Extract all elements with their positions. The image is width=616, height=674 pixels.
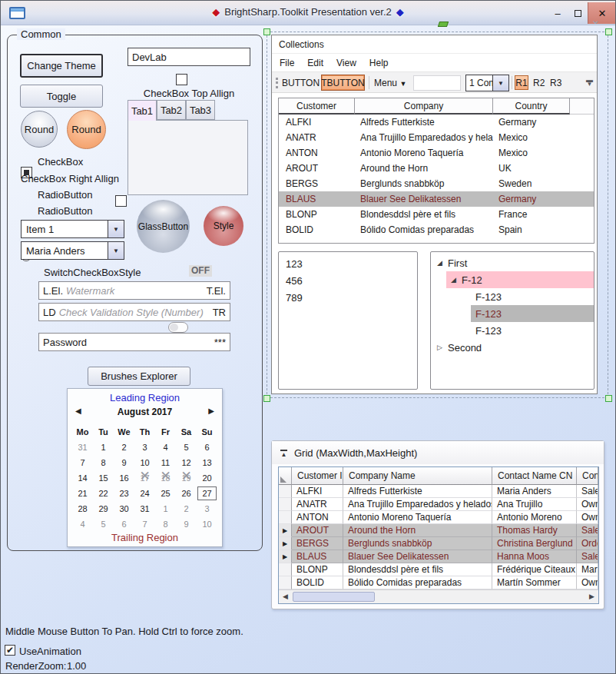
- calendar-day[interactable]: 31: [72, 440, 93, 455]
- table-row[interactable]: ANTONAntonio Moreno TaqueríaAntonio More…: [279, 511, 598, 524]
- column-header-customer[interactable]: Customer: [279, 98, 355, 115]
- column-header-company[interactable]: Company: [355, 98, 493, 115]
- tree-item-f123-selected[interactable]: F-123: [471, 305, 594, 322]
- calendar-next-button[interactable]: ▶: [208, 407, 214, 415]
- table-row[interactable]: BLONPBlondesddsl père et filsFrance: [279, 207, 594, 222]
- list-item[interactable]: 789: [279, 289, 417, 306]
- chevron-down-icon[interactable]: ▼: [108, 242, 124, 259]
- table-row-selected[interactable]: ▶BERGSBerglunds snabbköpChristina Berglu…: [279, 537, 598, 550]
- switch-toggle[interactable]: [168, 322, 188, 333]
- toolbar-textbox[interactable]: [413, 75, 461, 91]
- password-input[interactable]: Password ***: [38, 333, 230, 351]
- select-all-corner[interactable]: [279, 467, 292, 485]
- row-selector[interactable]: [279, 485, 292, 498]
- validation-input[interactable]: LD Check Validation Style (Number) TR: [38, 303, 230, 321]
- row-selector-icon[interactable]: ▶: [279, 537, 292, 550]
- row-selector[interactable]: [279, 563, 292, 576]
- toolbar-grip-icon[interactable]: [276, 78, 278, 88]
- minimize-button[interactable]: –: [548, 2, 568, 24]
- calendar-day[interactable]: 9: [176, 516, 197, 532]
- toolbar-radio-r3[interactable]: R3: [550, 78, 561, 88]
- calendar-day[interactable]: 3: [134, 440, 155, 455]
- calendar-day[interactable]: 24: [134, 486, 155, 501]
- checkbox-right-align[interactable]: [115, 195, 127, 207]
- toolbar-menu-button[interactable]: Menu ▼: [374, 78, 406, 88]
- brushes-explorer-button[interactable]: Brushes Explorer: [88, 367, 190, 386]
- table-row[interactable]: AROUTAround the HornUK: [279, 161, 594, 176]
- toolbar-overflow-icon[interactable]: ▬▾: [586, 78, 593, 86]
- toolbar-toggle-button[interactable]: TBUTTON: [321, 75, 365, 91]
- tab-tab2[interactable]: Tab2: [157, 100, 186, 120]
- toggle-button[interactable]: Toggle: [20, 85, 103, 108]
- calendar-day[interactable]: 20: [197, 470, 217, 486]
- tree-item-f123[interactable]: F-123: [475, 322, 594, 339]
- customer-combobox[interactable]: Maria Anders ▼: [21, 241, 124, 260]
- calendar-day[interactable]: 22: [93, 486, 114, 501]
- scrollbar-thumb[interactable]: [293, 592, 375, 602]
- toolbar-radio-r2[interactable]: R2: [533, 78, 545, 88]
- item-combobox[interactable]: Item 1 ▼: [21, 220, 124, 238]
- calendar-day[interactable]: 10: [197, 516, 217, 532]
- calendar-day[interactable]: 14: [72, 470, 93, 486]
- tree-expanded-icon[interactable]: ◢: [437, 259, 448, 267]
- calendar-day[interactable]: 6: [197, 440, 217, 455]
- use-animation-checkbox[interactable]: ✔: [5, 645, 15, 656]
- resize-handle-bottom-right[interactable]: [605, 395, 612, 402]
- devlab-input[interactable]: DevLab: [128, 48, 250, 66]
- calendar-day[interactable]: 8: [155, 516, 176, 532]
- glass-button[interactable]: GlassButton: [137, 200, 190, 253]
- calendar-day[interactable]: 26: [176, 486, 197, 501]
- calendar-day[interactable]: 5: [176, 440, 197, 455]
- tree-item-first[interactable]: ◢First: [431, 254, 594, 271]
- table-row-selected[interactable]: ▶AROUTAround the HornThomas HardySales: [279, 524, 598, 537]
- watermark-input[interactable]: L.El. Watermark T.El.: [38, 281, 230, 300]
- round-button-orange[interactable]: Round: [67, 110, 106, 149]
- calendar-month-header[interactable]: August 2017: [68, 407, 222, 417]
- tree-item-f12[interactable]: ◢F-12: [446, 271, 594, 288]
- table-row-selected[interactable]: BLAUSBlauer See DelikatessenGermany: [279, 191, 594, 207]
- column-header-country[interactable]: Country: [493, 98, 570, 115]
- calendar-day[interactable]: 7: [134, 516, 155, 532]
- column-header-contact-name[interactable]: Contact Name CN: [492, 467, 577, 485]
- calendar-day[interactable]: 5: [93, 516, 114, 532]
- table-row[interactable]: ALFKIAlfreds FutterkisteMaria AndersSale…: [279, 485, 598, 498]
- table-row[interactable]: ANATRAna Trujillo Emparedados y helaMexi…: [279, 130, 594, 145]
- row-selector[interactable]: [279, 498, 292, 511]
- calendar-day[interactable]: 4: [72, 516, 93, 532]
- chevron-down-icon[interactable]: ▼: [108, 221, 124, 237]
- maximize-button[interactable]: [568, 2, 588, 24]
- calendar-day[interactable]: 2: [114, 440, 134, 455]
- column-header-contact-title[interactable]: Conta: [577, 467, 598, 485]
- calendar-day[interactable]: 30: [114, 501, 134, 516]
- row-selector[interactable]: [279, 576, 292, 589]
- column-header-company-name[interactable]: Company Name: [343, 467, 492, 485]
- calendar-day[interactable]: 15: [93, 470, 114, 486]
- title-bar[interactable]: ◆BrightSharp.Toolkit Presentation ver.2◆…: [1, 1, 615, 25]
- tab-tab1[interactable]: Tab1: [128, 100, 157, 121]
- row-selector-icon[interactable]: ▶: [279, 550, 292, 563]
- tree-item-f123[interactable]: F-123: [475, 288, 594, 305]
- calendar-day[interactable]: 4: [155, 440, 176, 455]
- table-row[interactable]: ANTONAntonio Moreno TaqueríaMexico: [279, 145, 594, 161]
- resize-handle-top-right[interactable]: [605, 28, 612, 35]
- calendar-day[interactable]: 31: [134, 501, 155, 516]
- menu-view[interactable]: View: [336, 58, 356, 68]
- row-selector[interactable]: [279, 511, 292, 524]
- calendar-day[interactable]: 3: [197, 501, 217, 516]
- table-row[interactable]: BERGSBerglunds snabbköpSweden: [279, 176, 594, 191]
- calendar-day[interactable]: 23: [114, 486, 134, 501]
- list-item[interactable]: 123: [279, 255, 417, 272]
- table-row[interactable]: ALFKIAlfreds FutterkisteGermany: [279, 115, 594, 130]
- table-row[interactable]: ANATRAna Trujillo Emparedados y heladosA…: [279, 498, 598, 511]
- calendar-day[interactable]: 16: [114, 470, 134, 486]
- calendar-day[interactable]: 28: [72, 501, 93, 516]
- resize-handle-top-left[interactable]: [263, 28, 270, 35]
- scroll-right-icon[interactable]: ▶: [589, 593, 594, 600]
- calendar-day[interactable]: 9: [114, 455, 134, 470]
- round-button-gray[interactable]: Round: [21, 111, 58, 148]
- table-row[interactable]: BLONPBlondesddsl père et filsFrédérique …: [279, 563, 598, 576]
- resize-handle-bottom-left[interactable]: [263, 395, 270, 402]
- expander-header[interactable]: ▲ Grid (MaxWidth,MaxHeight): [272, 441, 604, 464]
- collections-title-bar[interactable]: Collections: [272, 35, 597, 54]
- chevron-down-icon[interactable]: ▼: [492, 75, 508, 91]
